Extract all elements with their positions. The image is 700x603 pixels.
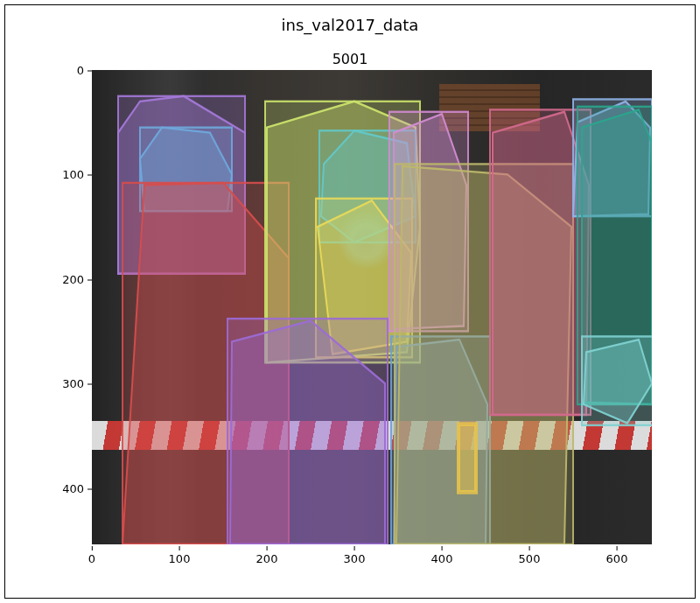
x-tick: 300 [344,546,366,565]
x-tick: 100 [169,546,191,565]
y-tick: 400 [62,481,92,494]
annotations-layer [92,70,652,544]
axes [92,70,652,544]
x-tick: 500 [519,546,541,565]
figure: ins_val2017_data 5001 010020030040050060… [0,0,700,603]
y-tick: 300 [62,377,92,390]
x-tick: 0 [88,546,95,565]
plot-area [92,70,652,544]
y-tick: 100 [62,168,92,181]
annotation-mask [459,425,475,491]
x-tick: 600 [606,546,628,565]
y-tick: 0 [77,64,92,77]
x-tick: 200 [256,546,278,565]
figure-suptitle: ins_val2017_data [0,16,700,34]
x-tick: 400 [431,546,453,565]
y-tick: 200 [62,272,92,285]
x-axis: 0100200300400500600 [92,546,652,572]
axes-title: 5001 [0,51,700,67]
y-axis: 0100200300400 [52,70,92,544]
